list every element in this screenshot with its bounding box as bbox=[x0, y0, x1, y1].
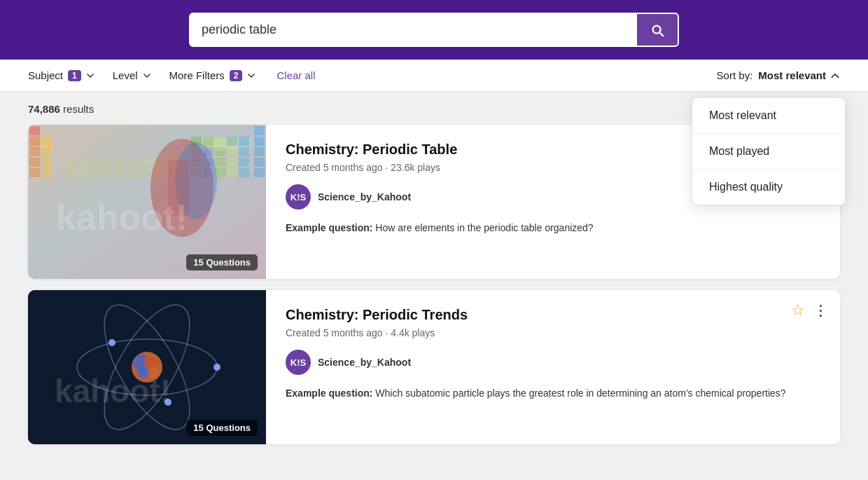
sort-chevron-up-icon bbox=[830, 71, 840, 81]
more-filters-button[interactable]: More Filters 2 bbox=[169, 69, 258, 81]
sort-dropdown-button[interactable]: Most relevant bbox=[758, 69, 840, 81]
svg-rect-22 bbox=[29, 147, 40, 156]
card-2-avatar: K!S bbox=[286, 350, 311, 375]
svg-rect-52 bbox=[90, 168, 100, 177]
svg-rect-50 bbox=[66, 168, 76, 177]
result-card-2: kahoot! 15 Questions ☆ ⋮ Chemistry: Peri… bbox=[28, 290, 840, 444]
svg-rect-31 bbox=[41, 158, 52, 167]
filters-bar: Subject 1 Level More Filters 2 Clear all… bbox=[0, 60, 868, 92]
svg-rect-47 bbox=[254, 158, 265, 167]
more-filters-label: More Filters bbox=[169, 69, 225, 81]
svg-rect-54 bbox=[113, 168, 124, 177]
subject-label: Subject bbox=[28, 69, 63, 81]
results-number: 74,886 bbox=[28, 103, 60, 115]
card-1-question-text: How are elements in the periodic table o… bbox=[375, 222, 593, 233]
subject-filter-button[interactable]: Subject 1 bbox=[28, 69, 96, 81]
svg-point-75 bbox=[144, 356, 157, 369]
svg-rect-46 bbox=[239, 158, 249, 167]
svg-rect-53 bbox=[102, 168, 112, 177]
search-button[interactable] bbox=[637, 14, 678, 46]
svg-text:kahoot!: kahoot! bbox=[56, 197, 188, 238]
svg-rect-65 bbox=[254, 168, 265, 177]
svg-rect-51 bbox=[78, 168, 88, 177]
svg-rect-38 bbox=[137, 158, 148, 167]
svg-rect-15 bbox=[41, 137, 52, 146]
svg-rect-36 bbox=[113, 158, 124, 167]
results-label: results bbox=[63, 103, 94, 115]
card-2-meta: Created 5 months ago · 4.4k plays bbox=[286, 327, 820, 338]
svg-rect-19 bbox=[227, 137, 237, 146]
svg-rect-30 bbox=[29, 158, 40, 167]
sort-option-most-relevant[interactable]: Most relevant bbox=[692, 98, 845, 134]
more-filters-badge: 2 bbox=[230, 70, 243, 81]
svg-rect-64 bbox=[239, 168, 249, 177]
svg-rect-23 bbox=[41, 147, 52, 156]
sort-current-value: Most relevant bbox=[758, 69, 826, 81]
level-chevron-icon bbox=[141, 70, 153, 81]
card-2-question-text: Which subatomic particle plays the great… bbox=[375, 388, 785, 399]
card-2-thumbnail: kahoot! 15 Questions bbox=[28, 290, 266, 444]
card-2-title: Chemistry: Periodic Trends bbox=[286, 307, 820, 323]
svg-rect-63 bbox=[227, 168, 237, 177]
svg-rect-12 bbox=[29, 126, 40, 135]
svg-rect-13 bbox=[254, 126, 265, 135]
subject-chevron-icon bbox=[85, 70, 96, 81]
svg-rect-26 bbox=[215, 147, 225, 156]
svg-rect-34 bbox=[90, 158, 100, 167]
svg-rect-18 bbox=[215, 137, 225, 146]
svg-rect-55 bbox=[125, 168, 136, 177]
card-1-avatar: K!S bbox=[286, 184, 311, 210]
header: periodic table bbox=[0, 0, 868, 60]
search-icon bbox=[650, 22, 665, 38]
svg-rect-28 bbox=[239, 147, 249, 156]
card-2-author-name: Science_by_Kahoot bbox=[318, 357, 411, 368]
search-bar: periodic table bbox=[189, 13, 679, 47]
card-2-author: K!S Science_by_Kahoot bbox=[286, 350, 820, 375]
clear-all-button[interactable]: Clear all bbox=[276, 69, 315, 81]
card-2-example-question: Example question: Which subatomic partic… bbox=[286, 388, 820, 399]
svg-rect-56 bbox=[137, 168, 148, 177]
svg-rect-49 bbox=[41, 168, 52, 177]
sort-dropdown-menu: Most relevant Most played Highest qualit… bbox=[692, 97, 846, 205]
svg-rect-48 bbox=[29, 168, 40, 177]
sort-section: Sort by: Most relevant bbox=[717, 69, 840, 81]
subject-badge: 1 bbox=[68, 70, 81, 81]
svg-rect-14 bbox=[29, 137, 40, 146]
card-2-actions: ☆ ⋮ bbox=[791, 303, 827, 318]
sort-option-highest-quality[interactable]: Highest quality bbox=[692, 170, 845, 205]
svg-rect-17 bbox=[203, 137, 214, 146]
search-input[interactable]: periodic table bbox=[190, 14, 637, 46]
svg-rect-35 bbox=[102, 158, 112, 167]
svg-rect-21 bbox=[254, 137, 265, 146]
card-2-question-prefix: Example question: bbox=[286, 388, 372, 399]
svg-rect-32 bbox=[66, 158, 76, 167]
svg-rect-33 bbox=[78, 158, 88, 167]
svg-rect-37 bbox=[125, 158, 136, 167]
sort-label: Sort by: bbox=[717, 69, 753, 81]
card-2-body: ☆ ⋮ Chemistry: Periodic Trends Created 5… bbox=[266, 290, 840, 444]
card-1-thumbnail: kahoot! 15 Questions bbox=[28, 125, 266, 279]
svg-text:kahoot!: kahoot! bbox=[55, 373, 171, 409]
level-filter-button[interactable]: Level bbox=[113, 69, 153, 81]
svg-point-79 bbox=[214, 364, 220, 371]
svg-rect-20 bbox=[239, 137, 249, 146]
card-1-question-prefix: Example question: bbox=[286, 222, 372, 233]
svg-rect-27 bbox=[227, 147, 237, 156]
card-1-questions-badge: 15 Questions bbox=[186, 254, 258, 270]
card-2-questions-badge: 15 Questions bbox=[186, 420, 258, 436]
card-2-more-button[interactable]: ⋮ bbox=[813, 303, 827, 317]
svg-rect-29 bbox=[254, 147, 265, 156]
svg-rect-44 bbox=[215, 158, 225, 167]
svg-point-80 bbox=[108, 339, 115, 346]
svg-rect-45 bbox=[227, 158, 237, 167]
sort-option-most-played[interactable]: Most played bbox=[692, 134, 845, 170]
card-1-author-name: Science_by_Kahoot bbox=[318, 191, 411, 203]
more-filters-chevron-icon bbox=[246, 70, 257, 81]
card-1-example-question: Example question: How are elements in th… bbox=[286, 222, 820, 233]
level-label: Level bbox=[113, 69, 138, 81]
card-2-favorite-button[interactable]: ☆ bbox=[791, 303, 805, 318]
